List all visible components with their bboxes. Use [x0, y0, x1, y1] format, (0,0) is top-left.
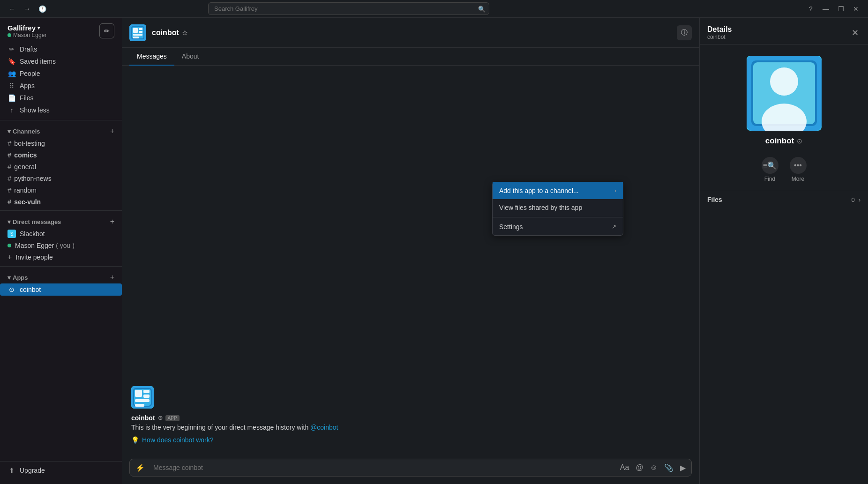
add-channel-button[interactable]: + [110, 127, 114, 135]
details-title: Details [707, 25, 732, 34]
more-icon: ••• [790, 157, 807, 174]
dropdown-item-settings[interactable]: Settings ↗ [493, 218, 623, 235]
search-input[interactable] [208, 2, 489, 15]
dm-section: ▾ Direct messages + S Slackbot Mason Egg… [0, 214, 122, 263]
details-avatar-svg [747, 56, 822, 131]
files-section-row[interactable]: Files 0 › [700, 190, 868, 209]
intro-text: This is the very beginning of your direc… [131, 423, 690, 432]
channels-section-header[interactable]: ▾ Channels + [0, 123, 122, 137]
dm-item-mason[interactable]: Mason Egger ( you ) [0, 240, 122, 251]
channel-header-actions: ⓘ [677, 25, 692, 40]
channel-item-general[interactable]: # general [0, 161, 122, 172]
add-app-button[interactable]: + [110, 273, 114, 282]
dropdown-divider [493, 217, 623, 217]
svg-rect-7 [133, 37, 139, 38]
sidebar-bottom: ⬆ Upgrade [0, 454, 122, 480]
coinbot-mention[interactable]: @coinbot [310, 424, 338, 431]
invite-people-item[interactable]: + Invite people [0, 251, 122, 263]
forward-button[interactable]: → [21, 2, 34, 15]
drafts-icon: ✏ [7, 45, 16, 53]
online-status-dot [7, 33, 11, 37]
channel-star-icon[interactable]: ☆ [182, 29, 188, 37]
sidebar-item-drafts[interactable]: ✏ Drafts [0, 43, 122, 55]
channels-section: ▾ Channels + # bot-testing # comics # ge… [0, 123, 122, 208]
apps-nav-icon: ⠿ [7, 82, 16, 89]
files-section-right: 0 › [851, 196, 861, 203]
dm-item-slackbot[interactable]: S Slackbot [0, 228, 122, 240]
channel-header: coinbot ☆ ⓘ [122, 18, 699, 48]
details-panel: Details coinbot ✕ coinbot ⊙ [699, 18, 868, 484]
send-button[interactable]: ▶ [678, 462, 688, 474]
back-button[interactable]: ← [6, 2, 19, 15]
tab-messages[interactable]: Messages [129, 48, 174, 66]
sidebar-item-files[interactable]: 📄 Files [0, 92, 122, 104]
sidebar-item-show-less[interactable]: ↑ Show less [0, 104, 122, 116]
people-icon: 👥 [7, 70, 16, 77]
user-status: Mason Egger [7, 32, 46, 38]
channel-hash-icon: # [7, 198, 11, 206]
channel-item-sec-vuln[interactable]: # sec-vuln [0, 196, 122, 208]
message-input-box: ⚡ Aa @ ☺ 📎 ▶ [129, 459, 692, 477]
how-coinbot-works-link[interactable]: 💡 How does coinbot work? [131, 436, 690, 444]
bookmark-icon: 🔖 [7, 58, 16, 65]
channel-hash-icon: # [7, 139, 11, 147]
channel-item-random[interactable]: # random [0, 184, 122, 196]
more-dropdown-menu: Add this app to a channel... › View file… [492, 182, 623, 236]
details-actions: ≡🔍 Find ••• More [700, 153, 868, 190]
dm-section-title: ▾ Direct messages [7, 218, 61, 225]
dropdown-item-add-to-channel[interactable]: Add this app to a channel... › [493, 182, 623, 199]
dm-section-header[interactable]: ▾ Direct messages + [0, 214, 122, 228]
mention-button[interactable]: @ [634, 462, 645, 474]
sidebar-nav-section: ✏ Drafts 🔖 Saved items 👥 People ⠿ Apps 📄… [0, 42, 122, 117]
sidebar-item-coinbot[interactable]: ⊙ coinbot [0, 283, 122, 296]
details-close-button[interactable]: ✕ [850, 26, 861, 40]
files-icon: 📄 [7, 94, 16, 102]
channel-item-bot-testing[interactable]: # bot-testing [0, 137, 122, 149]
sidebar-divider-1 [0, 120, 122, 120]
history-button[interactable]: 🕐 [36, 2, 49, 15]
link-bulb-icon: 💡 [131, 436, 139, 444]
tab-about[interactable]: About [174, 48, 207, 66]
emoji-button[interactable]: ☺ [648, 462, 659, 474]
attach-button[interactable]: 📎 [662, 462, 675, 474]
sidebar-item-apps-nav[interactable]: ⠿ Apps [0, 80, 122, 92]
svg-rect-13 [143, 395, 150, 398]
svg-rect-14 [135, 399, 150, 402]
compose-button[interactable]: ✏ [99, 23, 114, 38]
channel-hash-icon: # [7, 151, 11, 159]
apps-section-header[interactable]: ▾ Apps + [0, 269, 122, 283]
info-button[interactable]: ⓘ [677, 25, 692, 40]
sidebar-item-upgrade[interactable]: ⬆ Upgrade [0, 464, 122, 477]
channel-item-comics[interactable]: # comics [0, 149, 122, 161]
slackbot-avatar: S [7, 230, 16, 238]
window-controls: ? — ❐ ✕ [804, 2, 862, 15]
more-action-button[interactable]: ••• More [790, 157, 807, 182]
dropdown-item-view-files[interactable]: View files shared by this app [493, 199, 623, 216]
close-button[interactable]: ✕ [849, 2, 862, 15]
main-layout: Gallifrey ▾ Mason Egger ✏ ✏ Drafts 🔖 Sav… [0, 18, 868, 484]
message-input[interactable] [150, 459, 615, 476]
maximize-button[interactable]: ❐ [834, 2, 847, 15]
sidebar-item-saved[interactable]: 🔖 Saved items [0, 55, 122, 67]
plus-icon: + [7, 253, 12, 261]
upgrade-icon: ⬆ [7, 467, 16, 474]
find-action-button[interactable]: ≡🔍 Find [762, 157, 778, 182]
main-content: coinbot ☆ ⓘ Messages About [122, 18, 699, 484]
channel-hash-icon: # [7, 163, 11, 171]
dm-collapse-icon: ▾ [7, 218, 11, 225]
minimize-button[interactable]: — [819, 2, 832, 15]
details-avatar [747, 56, 822, 131]
workspace-name[interactable]: Gallifrey ▾ [7, 24, 46, 32]
chevron-up-icon: ↑ [7, 106, 16, 114]
sidebar-item-people[interactable]: 👥 People [0, 67, 122, 80]
channel-item-python-news[interactable]: # python-news [0, 172, 122, 184]
svg-rect-11 [135, 390, 142, 397]
help-button[interactable]: ? [804, 2, 817, 15]
lightning-button[interactable]: ⚡ [134, 462, 147, 474]
format-button[interactable]: Aa [618, 462, 631, 474]
sidebar-divider-3 [0, 266, 122, 267]
coinbot-header-avatar-svg [129, 24, 146, 41]
details-subtitle: coinbot [707, 34, 732, 40]
add-dm-button[interactable]: + [110, 217, 114, 226]
coinbot-icon: ⊙ [7, 286, 16, 293]
